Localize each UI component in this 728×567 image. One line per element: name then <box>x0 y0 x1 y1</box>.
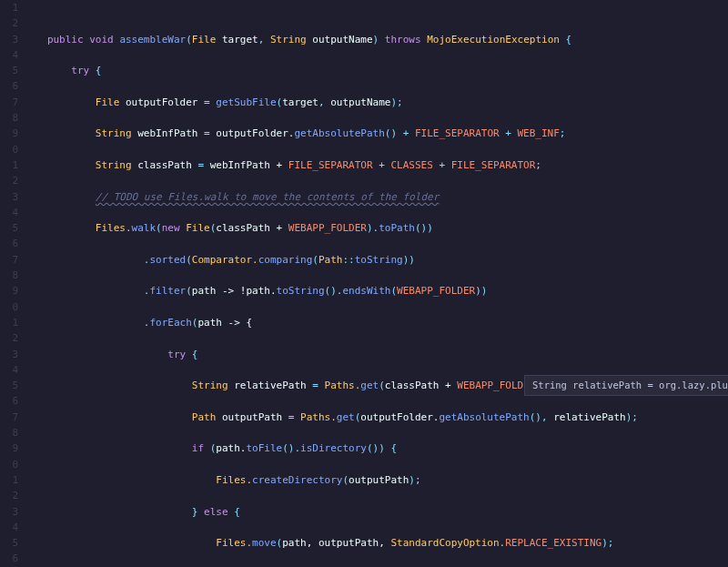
line-number: 1 <box>0 315 18 330</box>
code-line: public void assembleWar(File target, Str… <box>29 32 728 47</box>
line-number: 5 <box>0 63 18 78</box>
line-number: 5 <box>0 220 18 236</box>
line-number: 6 <box>0 393 18 409</box>
code-line: Files.createDirectory(outputPath); <box>29 472 728 488</box>
line-number: 3 <box>0 347 18 362</box>
code-editor[interactable]: 123456789012345678901234567890123456 pub… <box>0 0 728 567</box>
line-number: 5 <box>0 378 18 393</box>
line-number: 0 <box>0 457 18 472</box>
code-area[interactable]: public void assembleWar(File target, Str… <box>25 0 728 567</box>
line-number: 6 <box>0 551 18 566</box>
line-number: 4 <box>0 47 18 63</box>
line-number: 3 <box>0 504 18 520</box>
code-line: .sorted(Comparator.comparing(Path::toStr… <box>29 252 728 268</box>
line-number: 8 <box>0 110 18 126</box>
code-line: Files.move(path, outputPath, StandardCop… <box>29 535 728 551</box>
line-number: 2 <box>0 15 18 31</box>
line-number: 4 <box>0 205 18 220</box>
line-number: 9 <box>0 440 18 456</box>
code-line: try { <box>29 63 728 78</box>
line-number: 9 <box>0 126 18 141</box>
code-line: // TODO use Files.walk to move the conte… <box>29 189 728 205</box>
line-number-gutter: 123456789012345678901234567890123456 <box>0 0 25 567</box>
line-number: 8 <box>0 425 18 440</box>
line-number: 0 <box>0 299 18 315</box>
code-line: String relativePath = Paths.get(classPat… <box>29 378 728 393</box>
line-number: 2 <box>0 330 18 346</box>
line-number: 7 <box>0 95 18 110</box>
line-number: 6 <box>0 78 18 94</box>
code-line: try { <box>29 347 728 362</box>
code-line: Files.walk(new File(classPath + WEBAPP_F… <box>29 220 728 236</box>
code-line: .forEach(path -> { <box>29 315 728 330</box>
line-number: 4 <box>0 362 18 378</box>
line-number: 7 <box>0 252 18 268</box>
line-number: 4 <box>0 520 18 535</box>
code-line: File outputFolder = getSubFile(target, o… <box>29 95 728 110</box>
line-number: 9 <box>0 283 18 299</box>
line-number: 2 <box>0 173 18 188</box>
line-number: 3 <box>0 32 18 47</box>
code-line: String classPath = webInfPath + FILE_SEP… <box>29 157 728 173</box>
line-number: 7 <box>0 410 18 425</box>
line-number: 1 <box>0 0 18 15</box>
line-number: 6 <box>0 236 18 251</box>
line-number: 1 <box>0 472 18 488</box>
code-line: .filter(path -> !path.toString().endsWit… <box>29 283 728 299</box>
line-number: 3 <box>0 189 18 205</box>
code-line: } else { <box>29 504 728 520</box>
line-number: 8 <box>0 268 18 283</box>
code-line: if (path.toFile().isDirectory()) { <box>29 440 728 456</box>
line-number: 2 <box>0 488 18 503</box>
line-number: 5 <box>0 535 18 551</box>
line-number: 1 <box>0 157 18 173</box>
line-number: 0 <box>0 142 18 157</box>
hover-tooltip: String relativePath = org.lazy.plugin.Pa… <box>524 375 728 396</box>
code-line: Path outputPath = Paths.get(outputFolder… <box>29 410 728 425</box>
code-line: String webInfPath = outputFolder.getAbso… <box>29 126 728 141</box>
